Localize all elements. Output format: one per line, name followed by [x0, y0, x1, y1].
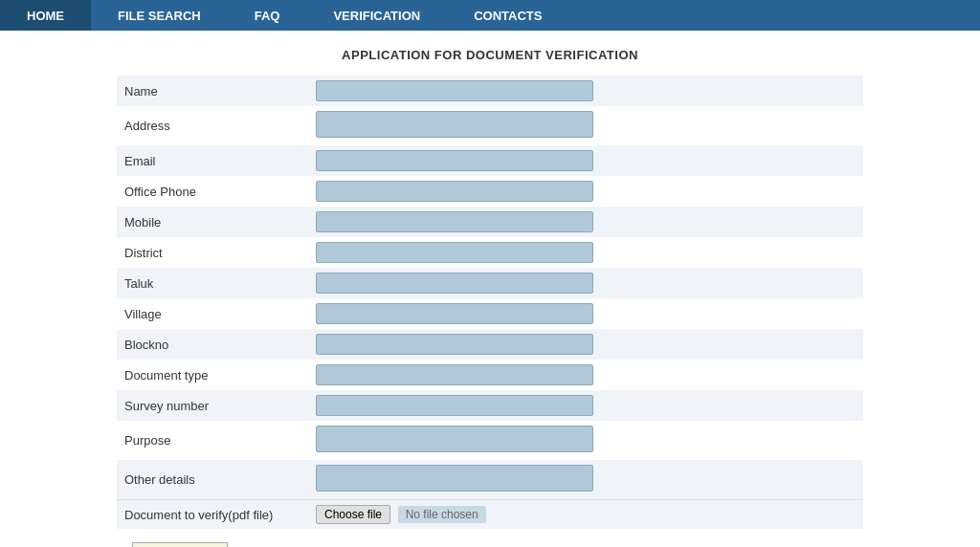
- no-file-text: No file chosen: [398, 506, 486, 523]
- label-blockno: Blockno: [117, 329, 308, 360]
- label-village: Village: [117, 298, 308, 329]
- page-title: APPLICATION FOR DOCUMENT VERIFICATION: [117, 48, 863, 62]
- main-content: APPLICATION FOR DOCUMENT VERIFICATION Na…: [98, 31, 882, 547]
- nav-item-home[interactable]: HOME: [0, 0, 91, 31]
- input-document-type[interactable]: [316, 364, 593, 385]
- captcha-section: 01734 [copy the digits from the image in…: [117, 529, 863, 547]
- input-taluk[interactable]: [316, 273, 593, 294]
- input-email[interactable]: [316, 150, 593, 171]
- form-row-mobile: Mobile: [117, 207, 863, 237]
- form-row-village: Village: [117, 298, 863, 329]
- label-address: Address: [117, 106, 308, 145]
- form-row-address: Address: [117, 106, 863, 145]
- choose-file-button[interactable]: Choose file: [316, 505, 390, 524]
- form-row-taluk: Taluk: [117, 268, 863, 298]
- form-row-email: Email: [117, 145, 863, 176]
- label-other-details: Other details: [117, 460, 308, 499]
- input-mobile[interactable]: [316, 211, 593, 232]
- input-purpose[interactable]: [316, 426, 593, 452]
- file-field-label: Document to verify(pdf file): [124, 508, 273, 522]
- label-district: District: [117, 237, 308, 268]
- nav-item-contacts[interactable]: CONTACTS: [447, 0, 568, 31]
- form-row-purpose: Purpose: [117, 421, 863, 460]
- label-purpose: Purpose: [117, 421, 308, 460]
- application-form: NameAddressEmailOffice PhoneMobileDistri…: [117, 76, 863, 499]
- input-village[interactable]: [316, 303, 593, 324]
- captcha-row: 01734 [copy the digits from the image in…: [124, 535, 856, 547]
- input-district[interactable]: [316, 242, 593, 263]
- input-blockno[interactable]: [316, 334, 593, 355]
- label-mobile: Mobile: [117, 207, 308, 237]
- label-survey-number: Survey number: [117, 390, 308, 421]
- input-name[interactable]: [316, 80, 593, 101]
- form-row-blockno: Blockno: [117, 329, 863, 360]
- form-row-survey-number: Survey number: [117, 390, 863, 421]
- form-row-district: District: [117, 237, 863, 268]
- bottom-section: Document to verify(pdf file) Choose file…: [117, 499, 863, 547]
- nav-item-faq[interactable]: FAQ: [228, 0, 307, 31]
- label-office-phone: Office Phone: [117, 176, 308, 207]
- form-row-document-type: Document type: [117, 360, 863, 390]
- input-other-details[interactable]: [316, 465, 593, 492]
- label-taluk: Taluk: [117, 268, 308, 298]
- label-name: Name: [117, 76, 308, 106]
- input-survey-number[interactable]: [316, 395, 593, 416]
- nav-item-file-search[interactable]: FILE SEARCH: [91, 0, 228, 31]
- form-row-office-phone: Office Phone: [117, 176, 863, 207]
- navigation: HOMEFILE SEARCHFAQVERIFICATIONCONTACTS: [0, 0, 980, 31]
- captcha-image: 01734: [132, 542, 228, 547]
- input-address[interactable]: [316, 111, 593, 138]
- input-office-phone[interactable]: [316, 181, 593, 202]
- label-email: Email: [117, 145, 308, 176]
- file-upload-row: Document to verify(pdf file) Choose file…: [117, 500, 863, 529]
- label-document-type: Document type: [117, 360, 308, 390]
- form-row-name: Name: [117, 76, 863, 106]
- file-table: Document to verify(pdf file) Choose file…: [117, 500, 863, 529]
- nav-item-verification[interactable]: VERIFICATION: [306, 0, 447, 31]
- form-row-other-details: Other details: [117, 460, 863, 499]
